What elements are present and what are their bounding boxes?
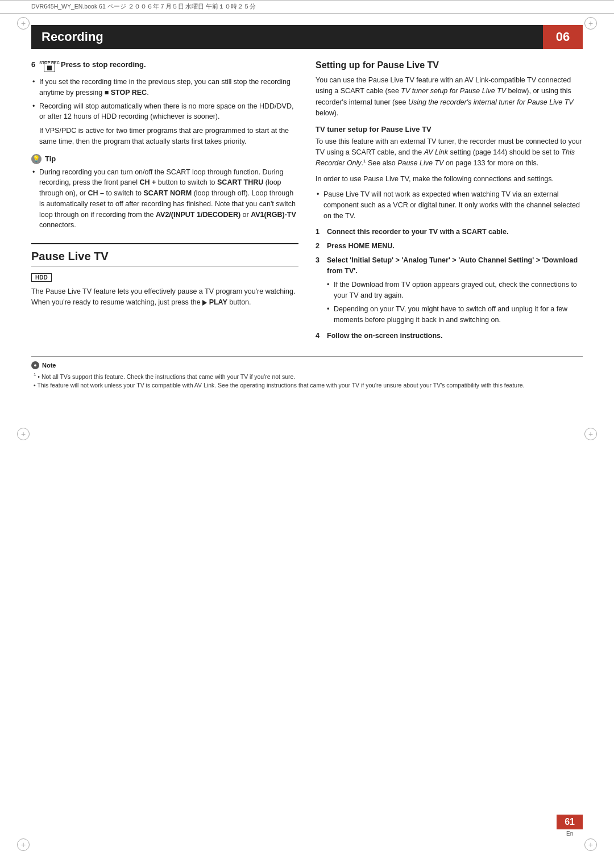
content-area: 6 STOP REC Press to stop recording. If y…: [0, 49, 614, 345]
step3-text: Select 'Initial Setup' > 'Analog Tuner' …: [327, 255, 583, 277]
note-icon: ●: [31, 361, 39, 369]
step6-bullets: If you set the recording time in the pre…: [31, 77, 298, 147]
pause-bullets: Pause Live TV will not work as expected …: [316, 189, 583, 221]
step2-num: 2: [316, 241, 323, 252]
step3-bullets: If the Download from TV option appears g…: [326, 279, 583, 325]
pause-bullet-item: Pause Live TV will not work as expected …: [316, 189, 583, 221]
file-info-text: DVR645H_WY_EN.book 61 ページ ２００６年７月５日 水曜日 …: [31, 3, 256, 10]
note1-ref: 1: [34, 372, 36, 377]
footnote-ref: 1: [363, 158, 366, 164]
bottom-notes: ● Note 1 • Not all TVs support this feat…: [31, 356, 583, 390]
step3-bullet2: Depending on your TV, you might have to …: [326, 304, 583, 326]
chapter-title: Recording: [31, 25, 543, 49]
reg-mark-top-left: [17, 17, 30, 30]
pause-body: The Pause Live TV feature lets you effec…: [31, 286, 298, 308]
tip-header: 💡 Tip: [31, 154, 298, 164]
step4: 4 Follow the on-screen instructions.: [316, 331, 583, 341]
tip-icon: 💡: [31, 154, 42, 164]
page-lang: En: [566, 831, 573, 837]
stop-rec-icon: STOP REC: [44, 61, 55, 72]
bullet-item: Recording will stop automatically when t…: [31, 101, 298, 147]
setting-title: Setting up for Pause Live TV: [316, 60, 583, 70]
page-number: 61: [557, 815, 583, 829]
chapter-header: Recording 06: [31, 25, 583, 49]
stop-rec-square: [47, 65, 52, 70]
stop-rec-label: STOP REC: [39, 61, 60, 65]
reg-mark-top-right: [584, 17, 597, 30]
tip-label: Tip: [45, 155, 56, 163]
page-container: DVR645H_WY_EN.book 61 ページ ２００６年７月５日 水曜日 …: [0, 0, 614, 868]
note2: • This feature will not work unless your…: [31, 381, 583, 390]
vps-pdc-note: If VPS/PDC is active for two timer progr…: [39, 126, 298, 147]
step6-label: Press to stop recording.: [61, 60, 146, 69]
step2: 2 Press HOME MENU.: [316, 241, 583, 252]
setting-body1: You can use the Pause Live TV feature wi…: [316, 75, 583, 119]
bullet-item: If you set the recording time in the pre…: [31, 77, 298, 98]
step1-num: 1: [316, 227, 323, 237]
file-info-bar: DVR645H_WY_EN.book 61 ページ ２００６年７月５日 水曜日 …: [0, 0, 614, 14]
step4-text: Follow the on-screen instructions.: [327, 331, 443, 341]
tip-bullet-item: During recording you can turn on/off the…: [31, 167, 298, 231]
tv-tuner-body2: In order to use Pause Live TV, make the …: [316, 174, 583, 185]
play-icon: [202, 300, 207, 306]
step3: 3 Select 'Initial Setup' > 'Analog Tuner…: [316, 255, 583, 277]
reg-mark-bottom-left: [17, 838, 30, 851]
note-header: ● Note: [31, 361, 583, 369]
note-label: Note: [42, 362, 56, 369]
tv-tuner-body1: To use this feature with an external TV …: [316, 136, 583, 169]
section-divider: [31, 243, 298, 244]
tv-tuner-title: TV tuner setup for Pause Live TV: [316, 125, 583, 133]
left-column: 6 STOP REC Press to stop recording. If y…: [31, 60, 298, 345]
tip-box: 💡 Tip During recording you can turn on/o…: [31, 154, 298, 231]
step3-num: 3: [316, 255, 323, 277]
right-column: Setting up for Pause Live TV You can use…: [316, 60, 583, 345]
page-footer: 61 En: [557, 815, 583, 837]
note1: 1 • Not all TVs support this feature. Ch…: [31, 372, 583, 381]
step4-num: 4: [316, 331, 323, 341]
hdd-badge: HDD: [31, 273, 52, 282]
step1: 1 Connect this recorder to your TV with …: [316, 227, 583, 237]
tip-bullets: During recording you can turn on/off the…: [31, 167, 298, 231]
reg-mark-bottom-right: [584, 838, 597, 851]
reg-mark-mid-left: [17, 428, 30, 440]
chapter-number: 06: [543, 25, 583, 49]
pause-underline: [31, 266, 298, 267]
reg-mark-mid-right: [584, 428, 597, 440]
step3-bullet1: If the Download from TV option appears g…: [326, 279, 583, 301]
step1-text: Connect this recorder to your TV with a …: [327, 227, 509, 237]
step2-text: Press HOME MENU.: [327, 241, 395, 252]
step6-header: 6 STOP REC Press to stop recording.: [31, 60, 298, 72]
pause-section-title: Pause Live TV: [31, 250, 298, 263]
